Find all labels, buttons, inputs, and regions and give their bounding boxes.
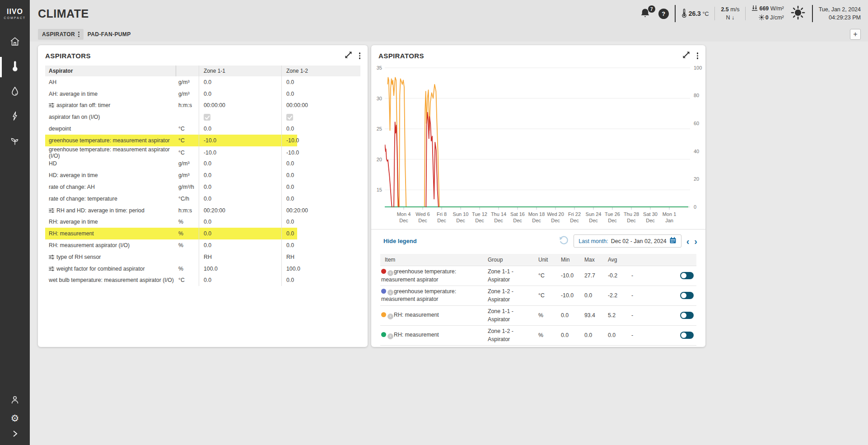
calendar-icon — [669, 237, 677, 245]
left-axis-icon: ‹ — [387, 270, 393, 276]
tab-aspirator[interactable]: ASPIRATOR — [38, 29, 84, 40]
user-icon[interactable] — [9, 394, 21, 408]
row-label: greenhouse temperature: measurement aspi… — [49, 137, 170, 144]
date-range-picker[interactable]: Last month: Dec 02 - Jan 02, 2024 — [574, 234, 681, 248]
series-visibility-toggle[interactable] — [680, 292, 694, 299]
sidebar-item-irrigation[interactable] — [0, 80, 30, 104]
row-value: 0.0 — [199, 88, 281, 100]
svg-text:Tue 26: Tue 26 — [605, 211, 620, 217]
content: ASPIRATORS Aspirator Zone 1-1 Zone 1-2 A… — [30, 42, 868, 445]
lightning-icon — [9, 110, 21, 124]
series-group: Zone 1-2 - Aspirator — [488, 287, 538, 304]
radiation-value: 669 — [759, 5, 769, 12]
panel-menu-icon[interactable] — [359, 52, 360, 59]
divider — [714, 7, 715, 20]
row-value: 0.0 — [281, 88, 360, 100]
panel-header: ASPIRATORS — [371, 45, 705, 64]
aspirators-chart-panel: ASPIRATORS 1520253035020406080100Mon 4De… — [371, 45, 705, 347]
row-label: dewpoint — [49, 126, 71, 132]
row-value: 0.0 — [199, 123, 281, 135]
series-max: 0.0 — [584, 332, 608, 338]
row-value: 0.0 — [199, 228, 281, 239]
series-avg: -0.2 — [608, 272, 631, 279]
legend-col-avg: Avg — [608, 257, 631, 263]
page-title: CLIMATE — [38, 7, 89, 20]
series-current: - — [631, 272, 651, 279]
legend-row: ›RH: measurementZone 1-2 - Aspirator%0.0… — [380, 325, 696, 345]
svg-text:Tue 12: Tue 12 — [472, 211, 487, 217]
row-unit: % — [176, 239, 199, 251]
legend-col-max: Max — [584, 257, 608, 263]
svg-text:Dec: Dec — [551, 218, 560, 223]
row-value: 100.0 — [199, 263, 281, 275]
history-icon[interactable] — [559, 235, 569, 247]
sidebar-item-crop[interactable] — [0, 129, 30, 154]
add-tab-button[interactable]: + — [850, 29, 861, 40]
legend-item: ‹greenhouse temperature: measurement asp… — [380, 268, 488, 284]
series-min: 0.0 — [561, 332, 584, 338]
table-header: Aspirator Zone 1-1 Zone 1-2 — [45, 66, 360, 76]
next-period-button[interactable]: › — [694, 237, 697, 246]
series-visibility-toggle[interactable] — [680, 272, 694, 279]
row-unit: °C — [176, 123, 199, 135]
light-sum-value: 0 — [765, 14, 769, 21]
series-visibility-toggle[interactable] — [680, 312, 694, 319]
svg-text:20: 20 — [377, 157, 382, 162]
aspirator-table-body: AHg/m³0.00.0AH: average in timeg/m³0.00.… — [45, 76, 360, 286]
line-chart[interactable]: 1520253035020406080100Mon 4DecWed 6DecFr… — [371, 64, 705, 229]
row-unit: g/m³ — [176, 158, 199, 170]
series-color-dot — [381, 332, 386, 337]
series-visibility-toggle[interactable] — [680, 332, 694, 339]
row-value: 0.0 — [199, 158, 281, 170]
row-value: 0.0 — [199, 169, 281, 181]
row-unit: % — [176, 216, 199, 228]
prev-period-button[interactable]: ‹ — [686, 237, 690, 246]
row-label: wet bulb temperature: measurement aspira… — [49, 277, 174, 283]
notifications-button[interactable]: 7 — [639, 7, 653, 20]
svg-text:Thu 14: Thu 14 — [491, 211, 506, 217]
table-row: RH: measurement%0.00.0 — [45, 228, 360, 239]
row-value: 0.0 — [281, 275, 360, 286]
panel-menu-icon[interactable] — [697, 52, 698, 59]
gear-icon[interactable]: ⚙ — [11, 413, 19, 423]
svg-text:Fri 8: Fri 8 — [437, 211, 447, 217]
divider — [675, 5, 676, 22]
legend-col-group: Group — [488, 257, 538, 263]
help-button[interactable]: ? — [658, 9, 669, 19]
expand-panel-icon[interactable] — [345, 51, 352, 61]
series-avg: 5.2 — [608, 312, 631, 319]
tab-menu-icon[interactable] — [78, 32, 79, 37]
series-current: - — [631, 312, 651, 319]
checkbox[interactable] — [204, 114, 210, 121]
svg-text:Wed 20: Wed 20 — [547, 211, 564, 217]
row-unit: g/m³ — [176, 76, 199, 88]
table-row: greenhouse temperature: measurement aspi… — [45, 135, 360, 146]
table-row: rate of change: AHg/m³/h0.00.0 — [45, 181, 360, 193]
series-unit: % — [538, 332, 561, 338]
row-label: HD — [49, 160, 57, 167]
checkbox[interactable] — [286, 114, 293, 121]
divider — [812, 5, 813, 22]
row-label: rate of change: AH — [49, 184, 95, 190]
series-current: - — [631, 332, 651, 338]
row-unit: h:m:s — [176, 100, 199, 112]
sidebar-bottom: ⚙ — [0, 394, 30, 440]
series-name: RH: measurement — [394, 332, 439, 338]
svg-text:Sat 30: Sat 30 — [643, 211, 658, 217]
row-unit: g/m³/h — [176, 181, 199, 193]
svg-text:Sun 10: Sun 10 — [453, 211, 469, 217]
row-value: 0.0 — [199, 76, 281, 88]
tab-pad-fan-pump[interactable]: PAD-FAN-PUMP — [84, 29, 135, 40]
sidebar-item-home[interactable] — [0, 30, 30, 55]
sidebar-item-energy[interactable] — [0, 104, 30, 129]
series-unit: °C — [538, 272, 561, 279]
outside-temperature: 26.3 °C — [681, 9, 709, 19]
expand-panel-icon[interactable] — [682, 51, 690, 61]
legend-row: ‹greenhouse temperature: measurement asp… — [380, 266, 696, 286]
bell-icon — [639, 13, 651, 21]
sidebar-item-climate[interactable] — [0, 55, 30, 80]
divider — [745, 7, 746, 20]
table-row: aspirator fan on (I/O) — [45, 111, 360, 123]
hide-legend-link[interactable]: Hide legend — [383, 238, 417, 244]
expand-sidebar-icon[interactable] — [10, 429, 20, 440]
